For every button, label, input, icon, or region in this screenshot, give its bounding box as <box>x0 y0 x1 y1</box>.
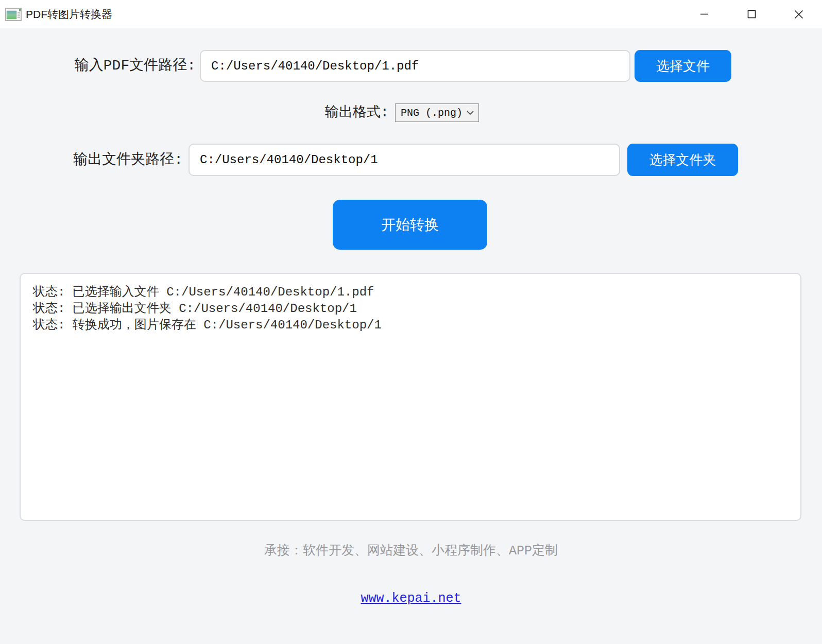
maximize-icon[interactable] <box>735 0 767 28</box>
titlebar: PDF转图片转换器 <box>0 0 822 28</box>
status-line: 状态: 已选择输出文件夹 C:/Users/40140/Desktop/1 <box>33 301 788 317</box>
status-line: 状态: 已选择输入文件 C:/Users/40140/Desktop/1.pdf <box>33 284 788 301</box>
select-file-button[interactable]: 选择文件 <box>635 50 731 82</box>
output-format-select[interactable]: PNG (.png) <box>395 103 479 122</box>
input-path-field[interactable] <box>200 50 630 82</box>
footer-services-text: 承接：软件开发、网站建设、小程序制作、APP定制 <box>0 542 822 559</box>
output-path-label: 输出文件夹路径: <box>0 144 183 176</box>
input-path-label: 输入PDF文件路径: <box>0 50 196 82</box>
status-line: 状态: 转换成功，图片保存在 C:/Users/40140/Desktop/1 <box>33 317 788 334</box>
output-format-label: 输出格式: <box>0 103 389 122</box>
minimize-icon[interactable] <box>688 0 720 28</box>
status-log: 状态: 已选择输入文件 C:/Users/40140/Desktop/1.pdf… <box>20 273 801 521</box>
window-title: PDF转图片转换器 <box>26 7 112 22</box>
website-link[interactable]: www.kepai.net <box>361 591 461 606</box>
caption-controls <box>673 0 815 28</box>
chevron-down-icon <box>466 110 474 115</box>
close-icon[interactable] <box>783 0 815 28</box>
select-folder-button[interactable]: 选择文件夹 <box>627 144 738 176</box>
footer-link-row: www.kepai.net <box>0 591 822 606</box>
output-path-field[interactable] <box>189 144 620 176</box>
output-format-value: PNG (.png) <box>401 107 463 119</box>
app-window-icon <box>5 7 22 22</box>
start-convert-button[interactable]: 开始转换 <box>333 200 487 250</box>
